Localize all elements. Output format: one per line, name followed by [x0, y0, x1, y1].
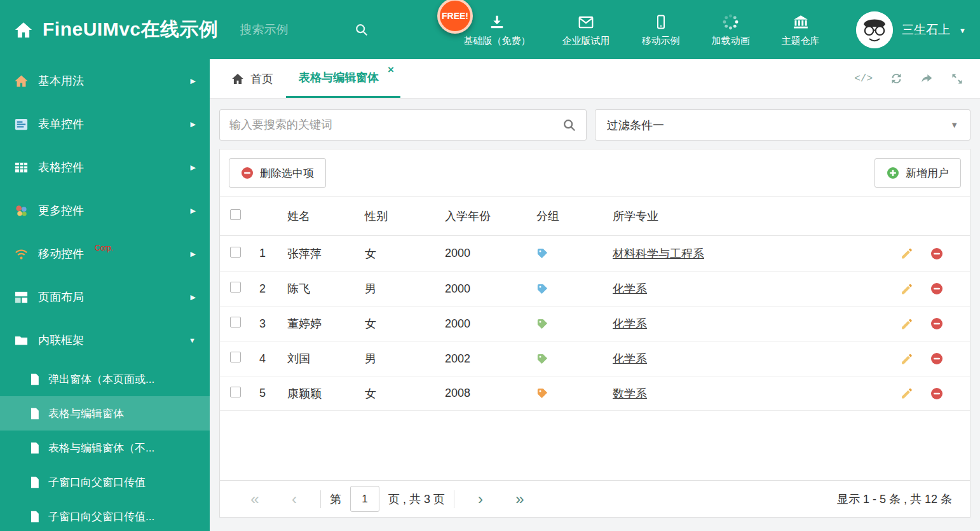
sidebar-item-more-controls[interactable]: 更多控件 ▶: [0, 189, 210, 232]
sidebar-child-grid-edit-window[interactable]: 表格与编辑窗体: [0, 396, 210, 431]
sidebar-child-child-to-parent-2[interactable]: 子窗口向父窗口传值...: [0, 499, 210, 531]
major-link[interactable]: 数学系: [613, 387, 647, 400]
column-header-group[interactable]: 分组: [536, 209, 613, 224]
column-header-gender[interactable]: 性别: [365, 209, 445, 224]
row-checkbox[interactable]: [230, 387, 241, 397]
grid-toolbar: 删除选中项 新增用户: [220, 149, 970, 197]
delete-selected-label: 删除选中项: [260, 166, 314, 181]
last-page-button[interactable]: »: [500, 490, 540, 508]
sidebar-child-grid-edit-window-2[interactable]: 表格与编辑窗体（不...: [0, 431, 210, 465]
tab-label: 表格与编辑窗体: [299, 70, 379, 85]
edit-icon[interactable]: [900, 247, 913, 260]
prev-page-button[interactable]: ‹: [275, 490, 314, 508]
corp-badge: Corp.: [95, 244, 113, 252]
tag-icon: [536, 318, 613, 330]
chevron-right-icon: ▶: [191, 207, 196, 215]
sidebar-child-label: 子窗口向父窗口传值: [48, 475, 146, 490]
edit-icon[interactable]: [900, 387, 913, 400]
file-icon: [29, 408, 40, 420]
layout-icon: [14, 290, 29, 305]
student-name: 刘国: [287, 351, 365, 366]
delete-row-icon[interactable]: [930, 387, 943, 400]
edit-icon[interactable]: [900, 352, 913, 366]
row-checkbox[interactable]: [230, 352, 241, 362]
minus-circle-icon: [241, 167, 254, 179]
filter-dropdown[interactable]: 过滤条件一 ▼: [595, 109, 970, 141]
frames-icon: [14, 333, 29, 348]
sidebar-item-form-controls[interactable]: 表单控件 ▶: [0, 102, 210, 146]
edit-icon[interactable]: [900, 317, 913, 331]
table-row: 5 康颖颖 女 2008 数学系: [220, 376, 970, 411]
row-checkbox[interactable]: [230, 247, 241, 258]
sidebar-child-popup-window[interactable]: 弹出窗体（本页面或...: [0, 362, 210, 396]
search-icon[interactable]: [562, 118, 576, 132]
select-all-checkbox[interactable]: [230, 209, 241, 220]
row-number: 5: [259, 387, 287, 400]
user-name: 三生石上: [902, 22, 950, 38]
sidebar-item-mobile-controls[interactable]: 移动控件 Corp. ▶: [0, 232, 210, 275]
tab-home[interactable]: 首页: [219, 59, 286, 98]
main-area: 首页 表格与编辑窗体 × </>: [210, 59, 980, 531]
nav-basic-free[interactable]: 基础版（免费）: [464, 13, 531, 47]
search-icon[interactable]: [355, 23, 369, 37]
row-checkbox[interactable]: [230, 282, 241, 293]
header-search-input[interactable]: [240, 23, 336, 37]
file-icon: [29, 373, 40, 385]
first-page-button[interactable]: «: [235, 490, 275, 508]
home-icon: [231, 72, 244, 85]
sidebar-child-label: 弹出窗体（本页面或...: [48, 372, 154, 387]
column-header-major[interactable]: 所学专业: [613, 209, 900, 224]
delete-row-icon[interactable]: [930, 352, 943, 365]
fullscreen-icon[interactable]: [951, 72, 963, 85]
brand[interactable]: FineUIMvc在线示例: [14, 17, 219, 43]
major-link[interactable]: 化学系: [613, 317, 647, 330]
page-number-input[interactable]: [350, 486, 379, 512]
sidebar-item-grid-controls[interactable]: 表格控件 ▶: [0, 146, 210, 189]
major-link[interactable]: 材料科学与工程系: [613, 247, 704, 260]
plus-circle-icon: [887, 167, 899, 179]
student-name: 康颖颖: [287, 386, 365, 401]
user-menu[interactable]: 三生石上 ▼: [856, 11, 966, 48]
sidebar-item-label: 移动控件: [38, 246, 84, 261]
student-year: 2008: [445, 387, 536, 400]
sidebar-item-label: 基本用法: [38, 73, 84, 88]
sidebar-child-child-to-parent[interactable]: 子窗口向父窗口传值: [0, 465, 210, 499]
sidebar-child-label: 表格与编辑窗体（不...: [48, 441, 154, 455]
file-icon: [29, 511, 40, 523]
sidebar-item-iframe[interactable]: 内联框架 ▼: [0, 319, 210, 362]
column-header-name[interactable]: 姓名: [287, 209, 365, 224]
row-checkbox[interactable]: [230, 317, 241, 328]
bank-icon: [792, 13, 810, 31]
nav-enterprise-trial[interactable]: 企业版试用: [562, 13, 610, 47]
tab-grid-edit-window[interactable]: 表格与编辑窗体 ×: [286, 59, 400, 98]
delete-row-icon[interactable]: [930, 282, 943, 295]
close-icon[interactable]: ×: [388, 64, 394, 76]
open-new-window-icon[interactable]: [920, 72, 934, 85]
header-search: [240, 23, 369, 37]
grid-panel: 删除选中项 新增用户 姓名 性别 入学年份 分组 所学专业: [219, 149, 970, 518]
divider: [320, 490, 321, 508]
major-link[interactable]: 化学系: [613, 352, 647, 365]
sidebar-item-basic-usage[interactable]: 基本用法 ▶: [0, 59, 210, 102]
nav-theme-store[interactable]: 主题仓库: [782, 13, 820, 47]
refresh-icon[interactable]: [890, 72, 903, 85]
download-icon: [489, 13, 505, 31]
major-link[interactable]: 化学系: [613, 282, 647, 295]
view-source-icon[interactable]: </>: [854, 73, 873, 85]
student-gender: 女: [365, 316, 445, 331]
student-gender: 女: [365, 246, 445, 261]
sidebar-item-page-layout[interactable]: 页面布局 ▶: [0, 275, 210, 319]
nav-mobile-demo[interactable]: 移动示例: [642, 13, 680, 47]
table-body: 1 张萍萍 女 2000 材料科学与工程系: [220, 236, 970, 411]
edit-icon[interactable]: [900, 282, 913, 296]
delete-row-icon[interactable]: [930, 247, 943, 260]
tag-icon: [536, 353, 613, 365]
add-user-button[interactable]: 新增用户: [875, 158, 961, 188]
delete-row-icon[interactable]: [930, 317, 943, 330]
nav-loading-animations[interactable]: 加载动画: [712, 13, 750, 47]
column-header-year[interactable]: 入学年份: [445, 209, 536, 224]
sidebar-item-label: 内联框架: [38, 333, 84, 348]
keyword-search-input[interactable]: [229, 118, 562, 132]
next-page-button[interactable]: ›: [461, 490, 500, 508]
delete-selected-button[interactable]: 删除选中项: [229, 158, 326, 188]
